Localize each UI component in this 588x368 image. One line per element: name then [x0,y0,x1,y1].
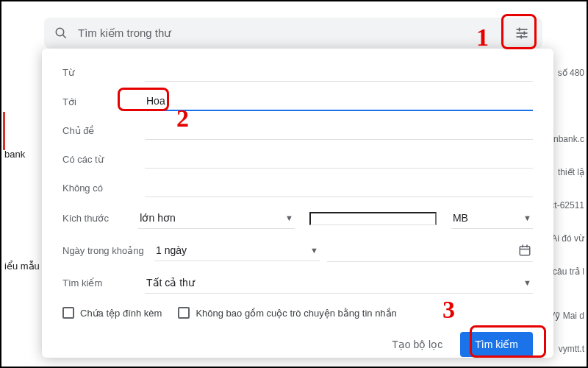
sidebar-item[interactable]: bank [4,149,25,160]
search-options-button[interactable] [512,23,532,43]
sidebar-active-indicator [3,112,5,150]
create-filter-button[interactable]: Tạo bộ lọc [387,333,447,356]
search-placeholder: Tìm kiếm trong thư [78,26,171,40]
from-input[interactable] [145,63,533,82]
checkbox-icon [178,307,190,319]
calendar-icon [518,244,531,257]
subject-label: Chủ đề [62,125,145,136]
svg-rect-8 [520,247,530,255]
search-in-value: Tất cả thư [146,277,195,289]
date-range-select[interactable]: 1 ngày ▼ [154,240,320,261]
search-in-label: Tìm kiếm [62,277,145,289]
has-words-label: Có các từ [62,154,145,165]
sidebar-item[interactable]: iểu mẫu [4,261,40,272]
bg-row: nbank.c [553,134,584,144]
chevron-down-icon: ▼ [285,213,293,222]
has-attachment-label: Chứa tệp đính kèm [80,308,162,319]
svg-rect-5 [524,32,526,35]
date-picker[interactable] [327,239,533,262]
search-in-select[interactable]: Tất cả thư ▼ [145,272,533,294]
svg-point-0 [56,28,64,36]
chevron-down-icon: ▼ [523,213,531,222]
date-label: Ngày trong khoảng [62,245,154,256]
svg-rect-7 [520,35,522,39]
svg-line-1 [62,35,66,38]
to-label: Tới [62,96,145,107]
size-unit-value: MB [453,212,468,224]
bg-row: Vỹ Mai d [549,311,584,321]
exclude-chats-label: Không bao gồm cuộc trò chuyện bằng tin n… [196,308,396,319]
to-input[interactable] [145,92,533,111]
size-op-value: lớn hơn [140,212,175,224]
doesnt-have-input[interactable] [145,179,533,197]
svg-rect-2 [517,29,528,30]
doesnt-have-label: Không có [62,183,145,194]
has-words-input[interactable] [145,150,533,169]
chevron-down-icon: ▼ [523,278,531,287]
chevron-down-icon: ▼ [310,246,318,255]
tune-icon [514,26,529,40]
bg-row: vymtt.t [559,344,584,354]
bg-row: số 480 [558,68,584,78]
advanced-search-panel: Từ Tới Chủ đề Có các từ Không có Kích th… [42,49,553,358]
exclude-chats-checkbox[interactable]: Không bao gồm cuộc trò chuyện bằng tin n… [178,307,396,319]
checkbox-icon [62,307,74,319]
svg-rect-3 [519,28,520,32]
search-icon [54,26,68,40]
search-bar[interactable]: Tìm kiếm trong thư [44,18,542,49]
svg-rect-4 [517,32,528,34]
size-unit-select[interactable]: MB ▼ [451,208,533,229]
bg-row: Ai đó vừ [551,233,584,244]
size-value-input[interactable] [309,212,437,225]
search-button[interactable]: Tìm kiếm [460,332,533,357]
bg-row: thiết lậ [558,167,584,177]
size-label: Kích thước [62,213,138,224]
date-range-value: 1 ngày [156,244,187,256]
bg-row: ct-62511 [550,200,584,210]
size-op-select[interactable]: lớn hơn ▼ [138,208,295,229]
bg-row: câu trả l [553,266,584,277]
subject-input[interactable] [145,121,533,140]
has-attachment-checkbox[interactable]: Chứa tệp đính kèm [62,307,162,319]
from-label: Từ [62,67,145,78]
